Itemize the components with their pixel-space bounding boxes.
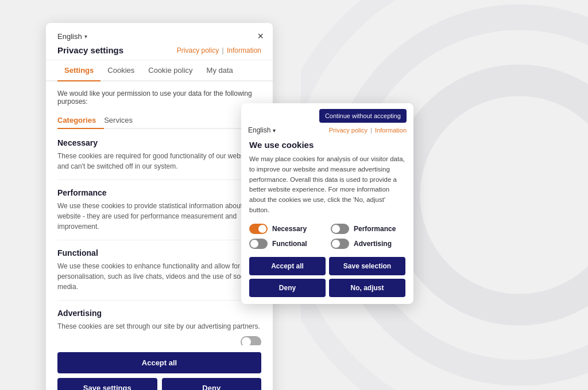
tab-settings[interactable]: Settings xyxy=(57,60,100,81)
category-performance-desc: We use these cookies to provide statisti… xyxy=(57,201,261,232)
toggle-functional-label: Functional xyxy=(272,240,307,248)
bottom-button-row: Save settings Deny xyxy=(57,378,261,390)
dialog-intro-text: We would like your permission to use you… xyxy=(57,89,261,106)
advertising-toggle-row xyxy=(57,336,261,345)
dialog-footer: Accept all Save settings Deny xyxy=(46,345,273,390)
toggle-advertising-item: Advertising xyxy=(331,239,405,249)
toggle-performance-item: Performance xyxy=(331,224,405,234)
category-necessary-desc: These cookies are required for good func… xyxy=(57,151,261,171)
cookie-no-adjust-button[interactable]: No, adjust xyxy=(329,279,405,297)
category-necessary: Necessary These cookies are required for… xyxy=(57,138,261,171)
close-button[interactable]: × xyxy=(257,31,264,41)
cookie-dialog-header: Continue without accepting xyxy=(241,103,413,123)
svg-point-0 xyxy=(404,80,588,310)
toggle-advertising[interactable] xyxy=(331,239,349,249)
toggle-performance[interactable] xyxy=(331,224,349,234)
toggle-necessary-item: Necessary xyxy=(249,224,324,234)
information-link[interactable]: Information xyxy=(227,46,261,54)
cookie-dialog-title: We use cookies xyxy=(249,140,405,150)
dialog-tabs: Settings Cookies Cookie policy My data xyxy=(46,60,273,81)
cookie-save-selection-button[interactable]: Save selection xyxy=(329,257,405,275)
cookie-language-label: English xyxy=(248,126,270,134)
toggle-performance-label: Performance xyxy=(354,225,396,233)
category-advertising: Advertising These cookies are set throug… xyxy=(57,309,261,345)
divider-2 xyxy=(57,240,261,240)
accept-all-button[interactable]: Accept all xyxy=(57,352,261,373)
cookie-dialog-text: We may place cookies for analysis of our… xyxy=(249,154,405,216)
continue-without-accepting-button[interactable]: Continue without accepting xyxy=(319,109,407,123)
toggle-functional-item: Functional xyxy=(249,239,324,249)
tab-my-data[interactable]: My data xyxy=(200,60,240,81)
cookie-dialog-buttons: Accept all Save selection Deny No, adjus… xyxy=(249,257,405,297)
toggle-necessary-label: Necessary xyxy=(272,225,307,233)
cookie-information-link[interactable]: Information xyxy=(375,127,407,134)
sub-tabs: Categories Services xyxy=(57,112,261,129)
category-advertising-title: Advertising xyxy=(57,309,261,318)
main-privacy-dialog: × English ▾ Privacy settings Privacy pol… xyxy=(46,23,273,390)
cookie-chevron-down-icon: ▾ xyxy=(273,127,276,134)
cookie-policy-links: Privacy policy | Information xyxy=(329,127,407,134)
category-functional-desc: We use these cookies to enhance function… xyxy=(57,261,261,292)
toggle-necessary[interactable] xyxy=(249,224,268,234)
subtab-services[interactable]: Services xyxy=(104,112,141,129)
cookie-dialog-body: We use cookies We may place cookies for … xyxy=(241,138,413,304)
category-performance: Performance We use these cookies to prov… xyxy=(57,188,261,232)
deny-button[interactable]: Deny xyxy=(162,378,262,390)
category-functional: Functional We use these cookies to enhan… xyxy=(57,248,261,292)
dialog-body: We would like your permission to use you… xyxy=(46,81,273,345)
cookie-privacy-policy-link[interactable]: Privacy policy xyxy=(329,127,368,134)
chevron-down-icon: ▾ xyxy=(84,33,87,40)
dialog-header: × English ▾ Privacy settings Privacy pol… xyxy=(46,23,273,60)
divider-3 xyxy=(57,300,261,301)
category-advertising-desc: These cookies are set through our site b… xyxy=(57,321,261,332)
category-functional-title: Functional xyxy=(57,248,261,258)
category-necessary-title: Necessary xyxy=(57,138,261,147)
link-separator: | xyxy=(222,46,224,54)
privacy-policy-link[interactable]: Privacy policy xyxy=(177,46,219,54)
tab-cookie-policy[interactable]: Cookie policy xyxy=(141,60,199,81)
cookie-link-separator: | xyxy=(370,127,372,134)
cookie-consent-dialog: Continue without accepting English ▾ Pri… xyxy=(241,103,413,304)
title-row: Privacy settings Privacy policy | Inform… xyxy=(57,45,261,55)
language-selector[interactable]: English ▾ xyxy=(57,32,261,41)
toggle-functional[interactable] xyxy=(249,239,268,249)
divider-1 xyxy=(57,180,261,180)
cookie-toggles-grid: Necessary Performance Functional Adverti… xyxy=(249,224,405,249)
toggle-advertising-label: Advertising xyxy=(354,240,392,248)
dialog-title: Privacy settings xyxy=(57,45,123,55)
policy-links: Privacy policy | Information xyxy=(177,46,261,54)
category-performance-title: Performance xyxy=(57,188,261,197)
cookie-deny-button[interactable]: Deny xyxy=(249,279,326,297)
tab-cookies[interactable]: Cookies xyxy=(100,60,141,81)
save-settings-button[interactable]: Save settings xyxy=(57,378,157,390)
advertising-toggle[interactable] xyxy=(241,336,261,345)
cookie-language-selector[interactable]: English ▾ xyxy=(248,126,276,134)
cookie-lang-row: English ▾ Privacy policy | Information xyxy=(241,123,413,138)
language-label: English xyxy=(57,32,82,41)
subtab-categories[interactable]: Categories xyxy=(57,112,104,129)
cookie-accept-all-button[interactable]: Accept all xyxy=(249,257,326,275)
